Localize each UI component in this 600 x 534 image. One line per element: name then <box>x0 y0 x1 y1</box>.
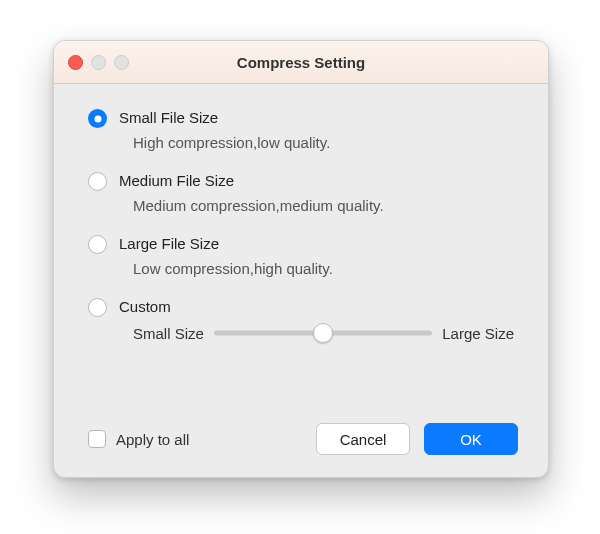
radio-small[interactable] <box>88 109 107 128</box>
dialog-body: Small File Size High compression,low qua… <box>54 84 548 343</box>
radio-medium[interactable] <box>88 172 107 191</box>
ok-button[interactable]: OK <box>424 423 518 455</box>
custom-slider-row: Small Size Large Size <box>133 323 514 343</box>
apply-to-all-label: Apply to all <box>116 431 189 448</box>
option-large-desc: Low compression,high quality. <box>133 260 333 277</box>
compress-setting-window: Compress Setting Small File Size High co… <box>53 40 549 478</box>
option-custom-title: Custom <box>119 297 514 317</box>
cancel-button[interactable]: Cancel <box>316 423 410 455</box>
option-custom[interactable]: Custom Small Size Large Size <box>88 297 514 343</box>
option-small-title: Small File Size <box>119 108 330 128</box>
option-large-title: Large File Size <box>119 234 333 254</box>
maximize-icon <box>114 55 129 70</box>
minimize-icon <box>91 55 106 70</box>
close-icon[interactable] <box>68 55 83 70</box>
window-title: Compress Setting <box>237 54 365 71</box>
apply-to-all-checkbox[interactable] <box>88 430 106 448</box>
dialog-footer: Apply to all Cancel OK <box>88 423 518 455</box>
titlebar: Compress Setting <box>54 41 548 84</box>
slider-left-label: Small Size <box>133 325 204 342</box>
option-small[interactable]: Small File Size High compression,low qua… <box>88 108 514 151</box>
radio-large[interactable] <box>88 235 107 254</box>
option-medium-desc: Medium compression,medium quality. <box>133 197 384 214</box>
slider-right-label: Large Size <box>442 325 514 342</box>
window-controls <box>68 55 129 70</box>
option-small-desc: High compression,low quality. <box>133 134 330 151</box>
compression-slider[interactable] <box>214 323 432 343</box>
option-medium[interactable]: Medium File Size Medium compression,medi… <box>88 171 514 214</box>
radio-custom[interactable] <box>88 298 107 317</box>
option-medium-title: Medium File Size <box>119 171 384 191</box>
option-large[interactable]: Large File Size Low compression,high qua… <box>88 234 514 277</box>
slider-thumb[interactable] <box>313 323 333 343</box>
